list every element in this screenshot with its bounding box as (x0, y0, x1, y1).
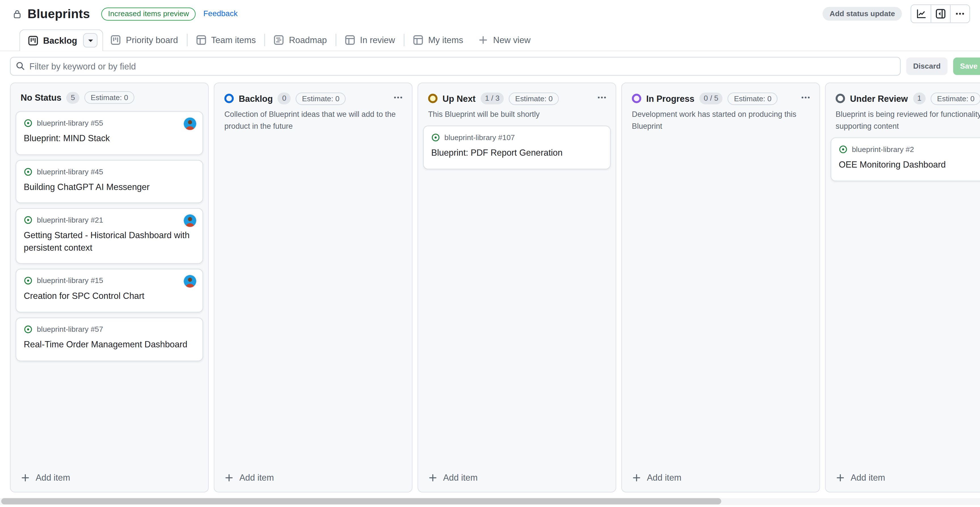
issue-card[interactable]: blueprint-library #55 Blueprint: MIND St… (16, 111, 203, 154)
tab-new-view[interactable]: New view (471, 29, 538, 51)
table-icon (345, 35, 355, 45)
add-item-button[interactable]: Add item (215, 466, 412, 492)
column-cards (622, 132, 819, 466)
add-item-label: Add item (36, 472, 70, 482)
assignee-avatar[interactable] (184, 118, 196, 130)
column-menu-button[interactable] (392, 91, 404, 106)
column-up-next: Up Next 1 / 3 Estimate: 0 This Blueprint… (417, 83, 616, 493)
status-ring-icon (428, 94, 438, 103)
discard-button[interactable]: Discard (906, 57, 948, 75)
issue-card[interactable]: blueprint-library #107 Blueprint: PDF Re… (423, 126, 611, 169)
kebab-icon (955, 9, 965, 19)
tab-in-review[interactable]: In review (337, 29, 402, 51)
feedback-link[interactable]: Feedback (203, 10, 238, 18)
add-item-button[interactable]: Add item (11, 466, 208, 492)
column-header: Backlog 0 Estimate: 0 (215, 83, 412, 108)
assignee-avatar[interactable] (184, 275, 196, 288)
kebab-icon (393, 92, 403, 102)
roadmap-icon (274, 35, 284, 45)
card-meta-row: blueprint-library #57 (24, 325, 195, 334)
issue-open-icon (24, 216, 33, 224)
column-header: Up Next 1 / 3 Estimate: 0 (418, 83, 616, 108)
column-cards: blueprint-library #107 Blueprint: PDF Re… (418, 121, 616, 466)
column-count-badge: 0 (278, 92, 291, 104)
add-item-button[interactable]: Add item (622, 466, 819, 492)
card-meta-row: blueprint-library #45 (24, 167, 195, 176)
tab-options-caret-button[interactable] (83, 33, 98, 48)
issue-card[interactable]: blueprint-library #15 Creation for SPC C… (16, 269, 203, 313)
column-menu-button[interactable] (799, 91, 812, 106)
plus-icon (836, 473, 845, 482)
card-title[interactable]: Real-Time Order Management Dashboard (24, 339, 195, 351)
filter-input[interactable] (10, 57, 900, 76)
column-under-review: Under Review 1 Estimate: 0 Blueprint is … (825, 83, 980, 493)
issue-open-icon (24, 119, 33, 127)
add-item-label: Add item (239, 472, 274, 482)
add-status-update-button[interactable]: Add status update (822, 7, 902, 21)
column-count-badge: 5 (66, 92, 80, 103)
insights-chart-button[interactable] (912, 5, 931, 23)
search-icon (16, 61, 25, 71)
column-count-badge: 1 / 3 (480, 92, 504, 104)
column-menu-button[interactable] (595, 91, 608, 106)
preview-badge: Increased items preview (101, 7, 196, 20)
card-title[interactable]: Blueprint: PDF Report Generation (431, 147, 603, 159)
assignee-avatar[interactable] (184, 215, 196, 227)
tab-backlog[interactable]: Backlog (19, 30, 103, 51)
project-icon (28, 35, 38, 45)
tab-my-items[interactable]: My items (406, 29, 471, 51)
card-title[interactable]: Creation for SPC Control Chart (24, 290, 195, 302)
add-item-button[interactable]: Add item (826, 466, 980, 492)
project-menu-button[interactable] (950, 5, 969, 23)
add-item-label: Add item (647, 472, 681, 482)
horizontal-scrollbar-thumb[interactable] (1, 498, 721, 504)
column-description: Blueprint is being reviewed for function… (826, 108, 980, 132)
card-meta-row: blueprint-library #2 (839, 145, 980, 154)
tab-label: Roadmap (289, 35, 327, 45)
header-actions: Add status update (822, 4, 970, 23)
column-header: In Progress 0 / 5 Estimate: 0 (622, 83, 819, 108)
card-repo-number: blueprint-library #2 (852, 145, 914, 154)
lock-icon (13, 9, 22, 18)
tab-team-items[interactable]: Team items (189, 29, 263, 51)
tab-separator (264, 34, 265, 46)
issue-card[interactable]: blueprint-library #57 Real-Time Order Ma… (16, 318, 203, 361)
column-title: Under Review (850, 94, 908, 103)
issue-card[interactable]: blueprint-library #2 OEE Monitoring Dash… (830, 138, 980, 181)
kebab-icon (597, 92, 607, 102)
add-item-button[interactable]: Add item (418, 466, 616, 492)
save-button[interactable]: Save (953, 57, 980, 75)
tab-label: New view (493, 35, 531, 45)
tab-label: Team items (211, 35, 256, 45)
add-item-label: Add item (851, 472, 885, 482)
tab-roadmap[interactable]: Roadmap (267, 29, 335, 51)
column-count-badge: 1 (913, 92, 926, 104)
tab-priority-board[interactable]: Priority board (103, 29, 185, 51)
card-title[interactable]: Building ChatGPT AI Messenger (24, 181, 195, 193)
line-chart-icon (916, 9, 926, 19)
card-title[interactable]: OEE Monitoring Dashboard (839, 159, 980, 171)
column-description: This Blueprint will be built shortly (418, 108, 616, 121)
column-cards: blueprint-library #55 Blueprint: MIND St… (11, 106, 208, 466)
column-in-progress: In Progress 0 / 5 Estimate: 0 Developmen… (621, 83, 820, 493)
card-meta-row: blueprint-library #107 (431, 133, 603, 142)
card-title[interactable]: Getting Started - Historical Dashboard w… (24, 229, 195, 254)
issue-card[interactable]: blueprint-library #21 Getting Started - … (16, 208, 203, 264)
kebab-icon (800, 92, 810, 102)
tab-label: Backlog (43, 35, 77, 45)
column-header: Under Review 1 Estimate: 0 (826, 83, 980, 108)
issue-card[interactable]: blueprint-library #45 Building ChatGPT A… (16, 160, 203, 203)
issue-open-icon (839, 145, 848, 154)
side-panel-icon (936, 9, 946, 19)
column-estimate-badge: Estimate: 0 (84, 91, 134, 104)
side-panel-toggle-button[interactable] (931, 5, 950, 23)
header-icon-group (910, 4, 970, 23)
card-meta-row: blueprint-library #55 (24, 119, 195, 127)
column-estimate-badge: Estimate: 0 (296, 92, 346, 105)
tab-separator (336, 34, 336, 46)
card-title[interactable]: Blueprint: MIND Stack (24, 132, 195, 145)
tab-label: Priority board (126, 35, 178, 45)
table-icon (413, 35, 423, 45)
add-item-label: Add item (443, 472, 478, 482)
status-ring-icon (836, 94, 845, 103)
